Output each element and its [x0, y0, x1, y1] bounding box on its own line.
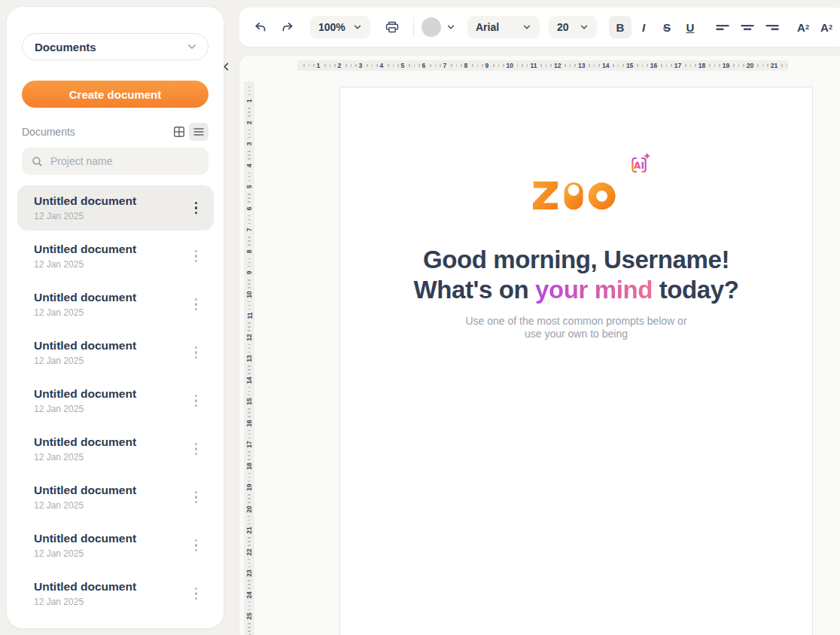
document-title: Untitled document	[34, 580, 136, 594]
ruler-unit: 3	[342, 60, 363, 71]
ruler-unit: 9	[244, 255, 254, 277]
underline-button[interactable]: U	[679, 16, 702, 38]
italic-button[interactable]: I	[632, 16, 655, 38]
list-item[interactable]: Untitled document 12 Jan 2025	[17, 378, 214, 423]
document-date: 12 Jan 2025	[34, 597, 136, 607]
subtitle-line2: use your own to being	[340, 328, 812, 340]
ruler-unit: 11	[513, 60, 537, 71]
chevron-down-icon	[446, 23, 455, 32]
align-center-icon[interactable]	[735, 15, 759, 39]
ruler-unit: 12	[537, 60, 561, 71]
grid-view-icon[interactable]	[169, 123, 189, 141]
list-item[interactable]: Untitled document 12 Jan 2025	[17, 571, 214, 616]
ruler-unit: 1	[300, 60, 321, 71]
zoom-level-dropdown[interactable]: 100%	[310, 16, 370, 38]
ruler-unit: 10	[244, 277, 254, 299]
document-date: 12 Jan 2025	[34, 500, 136, 511]
ruler-unit: 13	[244, 341, 254, 363]
document-title: Untitled document	[34, 291, 136, 304]
kebab-menu-icon[interactable]	[192, 440, 201, 459]
chevron-down-icon	[580, 23, 589, 32]
ruler-unit: 19	[705, 60, 729, 71]
align-right-icon[interactable]	[760, 15, 784, 39]
text-color-picker[interactable]	[422, 17, 455, 37]
font-family-value: Arial	[476, 21, 499, 33]
font-family-dropdown[interactable]: Arial	[467, 16, 540, 38]
ruler-unit: 7	[426, 60, 447, 71]
document-info: Untitled document 12 Jan 2025	[34, 339, 136, 366]
list-item[interactable]: Untitled document 12 Jan 2025	[17, 234, 214, 279]
document-title: Untitled document	[34, 339, 136, 353]
chevron-down-icon	[353, 23, 362, 32]
ruler-unit: 5	[244, 169, 254, 191]
list-item[interactable]: Untitled document 12 Jan 2025	[17, 426, 214, 472]
document-info: Untitled document 12 Jan 2025	[34, 243, 136, 270]
kebab-menu-icon[interactable]	[192, 295, 201, 314]
font-size-dropdown[interactable]: 20	[549, 16, 597, 38]
document-info: Untitled document 12 Jan 2025	[34, 532, 136, 559]
superscript-button[interactable]: A2	[792, 16, 814, 38]
documents-section-title: Documents	[22, 126, 169, 138]
ruler-unit: 21	[753, 60, 778, 71]
bold-button[interactable]: B	[609, 16, 632, 38]
ruler-unit: 3	[244, 127, 254, 148]
strikethrough-button[interactable]: S	[656, 16, 678, 38]
kebab-menu-icon[interactable]	[192, 488, 201, 507]
document-date: 12 Jan 2025	[34, 259, 136, 270]
kebab-menu-icon[interactable]	[192, 585, 201, 603]
kebab-menu-icon[interactable]	[192, 199, 201, 218]
kebab-menu-icon[interactable]	[192, 392, 201, 411]
list-item[interactable]: Untitled document 12 Jan 2025	[17, 523, 214, 568]
document-info: Untitled document 12 Jan 2025	[34, 291, 136, 318]
ruler-unit: 15	[244, 384, 254, 406]
document-title: Untitled document	[34, 484, 136, 497]
ruler-unit: 21	[244, 513, 254, 535]
document-title: Untitled document	[34, 387, 136, 401]
workspace-selector-dropdown[interactable]: Documents	[22, 33, 208, 60]
kebab-menu-icon[interactable]	[192, 343, 201, 362]
document-title: Untitled document	[34, 532, 136, 545]
document-date: 12 Jan 2025	[34, 404, 136, 414]
ruler-unit: 9	[468, 60, 489, 71]
ruler-unit: 4	[244, 148, 254, 170]
subscript-button[interactable]: A2	[815, 16, 838, 38]
document-date: 12 Jan 2025	[34, 307, 136, 318]
subscript-sub: 2	[829, 23, 832, 31]
list-item[interactable]: Untitled document 12 Jan 2025	[17, 330, 214, 375]
redo-icon[interactable]	[275, 15, 300, 39]
sidebar: Documents Create document Documents Unti…	[6, 6, 224, 629]
color-swatch	[422, 17, 441, 37]
ruler-unit: 17	[657, 60, 681, 71]
list-item[interactable]: Untitled document 12 Jan 2025	[17, 475, 214, 520]
sidebar-collapse-icon[interactable]	[218, 57, 233, 75]
ruler-unit: 19	[244, 470, 254, 492]
ruler-unit: 15	[609, 60, 633, 71]
documents-section-header: Documents	[22, 122, 208, 142]
create-document-button[interactable]: Create document	[22, 81, 208, 108]
toolbar-divider	[413, 17, 414, 37]
vertical-ruler: 1234567891011121314151617181920212223242…	[244, 81, 254, 635]
document-canvas[interactable]: z AI	[339, 87, 813, 635]
list-item[interactable]: Untitled document 12 Jan 2025	[17, 282, 214, 327]
kebab-menu-icon[interactable]	[192, 247, 201, 266]
editor-workspace: 1234567891011121314151617181920212223 12…	[239, 56, 840, 635]
subscript-base: A	[820, 21, 829, 34]
document-date: 12 Jan 2025	[34, 211, 136, 221]
ruler-unit: 11	[244, 298, 254, 320]
list-item[interactable]: Untitled document 12 Jan 2025	[17, 185, 214, 230]
ruler-unit: 6	[405, 60, 426, 71]
list-view-icon[interactable]	[189, 123, 208, 141]
search-input[interactable]	[50, 155, 199, 167]
print-icon[interactable]	[380, 15, 404, 39]
ruler-unit: 4	[363, 60, 384, 71]
editor-toolbar: 100% Arial 20 B I S U A2 A2	[239, 8, 840, 47]
undo-icon[interactable]	[248, 15, 272, 39]
align-left-icon[interactable]	[711, 15, 735, 39]
ruler-unit: 1	[244, 84, 254, 105]
kebab-menu-icon[interactable]	[192, 536, 201, 555]
ruler-unit: 23	[244, 556, 254, 578]
subtitle-line1: Use one of the most common prompts below…	[340, 315, 812, 328]
greeting-heading: Good morning, Username! What's on your m…	[340, 245, 812, 305]
document-title: Untitled document	[34, 435, 136, 449]
ruler-unit: 16	[244, 406, 254, 428]
